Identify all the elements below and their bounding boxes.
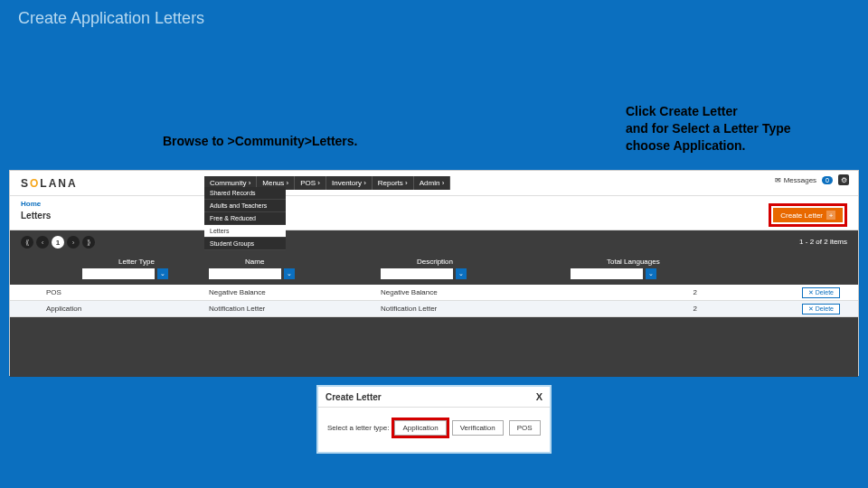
dropdown-item-letters[interactable]: Letters bbox=[204, 225, 286, 238]
col-total-languages[interactable]: Total Languages bbox=[552, 256, 733, 267]
letter-type-verification[interactable]: Verification bbox=[452, 420, 504, 436]
messages-badge: 0 bbox=[822, 176, 833, 184]
cell-desc: Negative Balance bbox=[372, 288, 552, 296]
plus-icon: + bbox=[826, 211, 835, 220]
caption-browse: Browse to >Community>Letters. bbox=[163, 134, 358, 148]
nav-pos[interactable]: POS › bbox=[295, 176, 326, 190]
col-name[interactable]: Name bbox=[191, 256, 372, 267]
cell-type: POS bbox=[10, 288, 191, 296]
letter-type-pos[interactable]: POS bbox=[509, 420, 541, 436]
cell-langs: 2 bbox=[552, 305, 733, 313]
breadcrumb-home[interactable]: Home bbox=[21, 200, 41, 208]
pager-next[interactable]: › bbox=[67, 236, 80, 249]
page-info: 1 - 2 of 2 items bbox=[799, 238, 847, 246]
nav-reports[interactable]: Reports › bbox=[373, 176, 414, 190]
filter-letter-type[interactable] bbox=[82, 268, 155, 279]
dropdown-item-adults-teachers[interactable]: Adults and Teachers bbox=[204, 200, 286, 212]
dropdown-item-student-groups[interactable]: Student Groups bbox=[204, 238, 286, 250]
app-screenshot: SOLANA Community ›Menus ›POS ›Inventory … bbox=[9, 170, 859, 376]
logo-sun-icon: O bbox=[30, 177, 40, 190]
filter-total-languages[interactable] bbox=[571, 268, 643, 279]
delete-button[interactable]: ✕ Delete bbox=[802, 304, 840, 314]
logo: SOLANA bbox=[21, 177, 78, 190]
create-letter-modal: Create Letter X Select a letter type: Ap… bbox=[316, 385, 552, 454]
filter-btn-3[interactable]: ⌄ bbox=[456, 268, 467, 279]
modal-title: Create Letter bbox=[326, 392, 382, 402]
delete-button[interactable]: ✕ Delete bbox=[802, 287, 840, 298]
cell-name: Negative Balance bbox=[191, 288, 372, 296]
caption-instructions: Click Create Letter and for Select a Let… bbox=[626, 103, 791, 155]
topbar: SOLANA Community ›Menus ›POS ›Inventory … bbox=[10, 171, 858, 196]
messages-icon[interactable]: ✉ Messages bbox=[775, 176, 816, 184]
grid-rows: POS Negative Balance Negative Balance 2 … bbox=[10, 285, 858, 317]
dropdown-item-free-reduced[interactable]: Free & Reduced bbox=[204, 212, 286, 225]
cell-desc: Notification Letter bbox=[372, 305, 552, 313]
nav-admin[interactable]: Admin › bbox=[414, 176, 451, 190]
filter-btn-4[interactable]: ⌄ bbox=[646, 268, 656, 279]
filter-description[interactable] bbox=[381, 268, 453, 279]
col-letter-type[interactable]: Letter Type bbox=[10, 256, 191, 267]
close-icon[interactable]: X bbox=[536, 391, 542, 402]
create-letter-highlight: Create Letter + bbox=[769, 203, 847, 227]
pager: ⟪ ‹ 1 › ⟫ bbox=[21, 236, 95, 249]
pager-prev[interactable]: ‹ bbox=[36, 236, 49, 249]
grid-header-bar: ⟪ ‹ 1 › ⟫ 1 - 2 of 2 items Letter Type N… bbox=[10, 230, 858, 285]
nav-inventory[interactable]: Inventory › bbox=[326, 176, 373, 190]
cell-type: Application bbox=[10, 305, 191, 313]
slide-title: Create Application Letters bbox=[18, 9, 204, 28]
community-dropdown: Shared Records Adults and Teachers Free … bbox=[204, 187, 286, 250]
filter-btn-1[interactable]: ⌄ bbox=[157, 268, 168, 279]
modal-prompt: Select a letter type: bbox=[327, 424, 389, 432]
pager-last[interactable]: ⟫ bbox=[82, 236, 95, 249]
gear-icon[interactable]: ⚙ bbox=[838, 174, 849, 185]
grid-footer-bar bbox=[10, 317, 858, 377]
table-row[interactable]: Application Notification Letter Notifica… bbox=[10, 301, 858, 317]
filter-btn-2[interactable]: ⌄ bbox=[284, 268, 295, 279]
col-description[interactable]: Description bbox=[372, 256, 552, 267]
cell-name: Notification Letter bbox=[191, 305, 372, 313]
page-title: Letters bbox=[21, 211, 51, 221]
dropdown-item-shared-records[interactable]: Shared Records bbox=[204, 187, 286, 200]
letter-type-application[interactable]: Application bbox=[394, 420, 446, 436]
sub-header: Home Letters Create Letter + bbox=[10, 196, 858, 230]
filter-name[interactable] bbox=[209, 268, 281, 279]
pager-page-1[interactable]: 1 bbox=[52, 236, 64, 249]
create-letter-button[interactable]: Create Letter + bbox=[773, 208, 843, 222]
cell-langs: 2 bbox=[552, 288, 733, 296]
pager-first[interactable]: ⟪ bbox=[21, 236, 33, 249]
table-row[interactable]: POS Negative Balance Negative Balance 2 … bbox=[10, 285, 858, 301]
